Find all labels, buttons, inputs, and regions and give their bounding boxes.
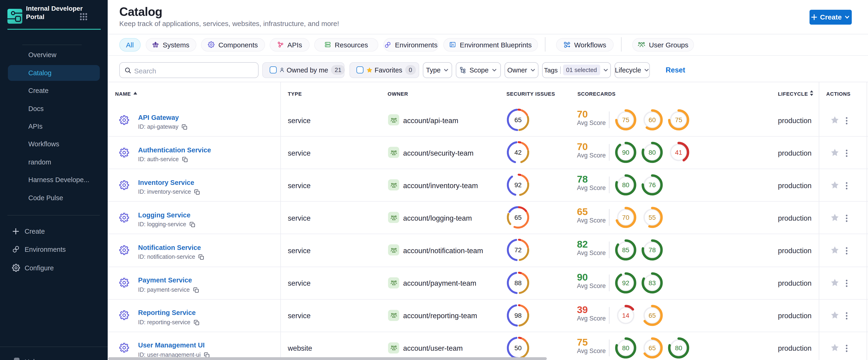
svg-text:A: A (452, 43, 454, 47)
